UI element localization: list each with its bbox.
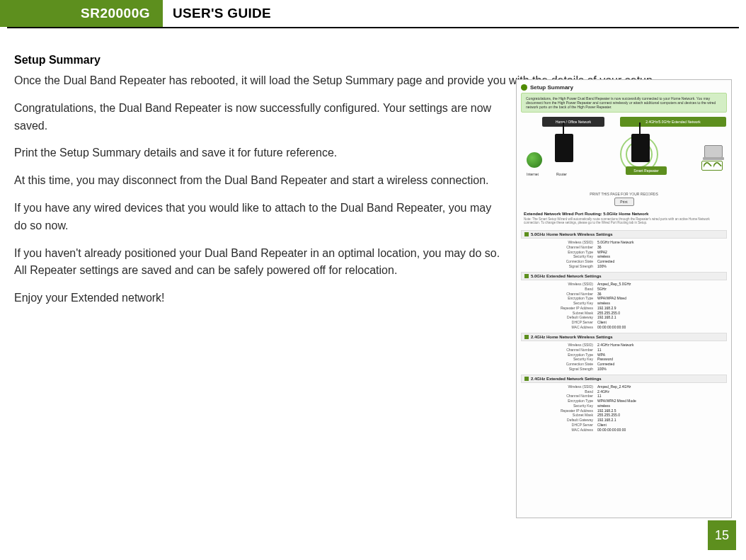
settings-value: WPA2	[597, 250, 723, 255]
settings-value: wireless	[597, 404, 723, 408]
settings-key: Encryption Type	[525, 353, 597, 358]
settings-section-heading: 5.0GHz Extended Network Settings	[521, 272, 727, 280]
document-header: SR20000G USER'S GUIDE	[0, 0, 746, 30]
settings-section-title: 2.4GHz Extended Network Settings	[531, 377, 602, 381]
settings-row: DHCP ServerClient	[521, 320, 727, 325]
settings-row: Subnet Mask255.255.255.0	[521, 413, 727, 418]
settings-value: Amped_Rep_2.4GHz	[597, 384, 723, 389]
settings-value: wireless	[597, 254, 723, 259]
settings-value: 2.4GHz Home Network	[597, 343, 723, 348]
settings-section-heading: 5.0GHz Home Network Wireless Settings	[521, 230, 727, 239]
settings-row: Security Keywireless	[521, 404, 727, 408]
settings-section-heading: 2.4GHz Extended Network Settings	[521, 375, 727, 383]
settings-value: Client	[597, 423, 723, 428]
product-badge: SR20000G	[0, 0, 163, 27]
title-dot-icon	[521, 84, 527, 91]
repeater-tag: Smart Repeater	[626, 166, 667, 175]
settings-row: Security Keywireless	[521, 254, 727, 259]
settings-key: Channel Number	[525, 245, 597, 250]
settings-row: Encryption TypeWPA/WPA2 Mixed	[521, 296, 727, 301]
settings-row: Default Gateway192.168.2.1	[521, 418, 727, 423]
settings-sections: 5.0GHz Home Network Wireless SettingsWir…	[521, 230, 727, 433]
settings-key: Security Key	[525, 404, 597, 408]
settings-row: Wireless (SSID)Amped_Rep_5.0GHz	[521, 282, 727, 287]
settings-row: MAC Address00:00:00:00:00:00	[521, 428, 727, 433]
settings-row: Encryption TypeWPA/WPA2 Mixed Mode	[521, 399, 727, 404]
laptop-icon	[704, 145, 723, 158]
settings-row: Wireless (SSID)Amped_Rep_2.4GHz	[521, 384, 727, 389]
print-note: PRINT THIS PAGE FOR YOUR RECORDS	[521, 192, 727, 196]
left-column: Congratulations, the Dual Band Repeater …	[14, 100, 503, 307]
section-marker-icon	[524, 274, 529, 278]
section-marker-icon	[524, 377, 529, 381]
paragraph-7: Enjoy your Extended network!	[14, 290, 503, 307]
settings-row: Subnet Mask255.255.255.0	[521, 311, 727, 316]
ss-title-text: Setup Summary	[530, 84, 573, 91]
page-body: Setup Summary Once the Dual Band Repeate…	[14, 54, 732, 518]
settings-row: Wireless (SSID)2.4GHz Home Network	[521, 343, 727, 348]
settings-key: Wireless (SSID)	[525, 384, 597, 389]
settings-row: Connection StateConnected	[521, 259, 727, 264]
wired-port-routing: Extended Network Wired Port Routing: 5.0…	[521, 210, 727, 217]
settings-key: Default Gateway	[525, 315, 597, 320]
settings-row: Band2.4GHz	[521, 389, 727, 394]
settings-value: WPA	[597, 353, 723, 358]
document-title: USER'S GUIDE	[163, 0, 746, 27]
settings-value: wireless	[597, 301, 723, 306]
settings-row: Encryption TypeWPA	[521, 353, 727, 358]
settings-key: Repeater IP Address	[525, 408, 597, 413]
header-divider	[7, 27, 739, 28]
settings-row: MAC Address00:00:00:00:00:00	[521, 325, 727, 330]
settings-value: 192.168.2.9	[597, 306, 723, 311]
internet-globe-icon	[527, 152, 542, 168]
settings-value: WPA/WPA2 Mixed Mode	[597, 399, 723, 404]
label-router: Router	[556, 172, 567, 176]
settings-key: Band	[525, 287, 597, 292]
settings-key: Subnet Mask	[525, 413, 597, 418]
settings-key: Band	[525, 389, 597, 394]
settings-value: WPA/WPA2 Mixed	[597, 296, 723, 301]
settings-key: Encryption Type	[525, 250, 597, 255]
settings-value: Password	[597, 357, 723, 362]
section-marker-icon	[524, 335, 529, 339]
settings-key: Channel Number	[525, 348, 597, 353]
settings-row: Channel Number11	[521, 394, 727, 399]
settings-row: Encryption TypeWPA2	[521, 250, 727, 255]
settings-key: Repeater IP Address	[525, 306, 597, 311]
settings-row: Repeater IP Address192.168.2.9	[521, 306, 727, 311]
settings-row: Band5GHz	[521, 287, 727, 292]
settings-key: Wireless (SSID)	[525, 343, 597, 348]
settings-key: Encryption Type	[525, 399, 597, 404]
settings-value: 192.168.2.1	[597, 418, 723, 423]
settings-key: Connection State	[525, 259, 597, 264]
page-number: 15	[708, 520, 736, 550]
section-marker-icon	[524, 232, 529, 236]
settings-value: 2.4GHz	[597, 389, 723, 394]
settings-section-heading: 2.4GHz Home Network Wireless Settings	[521, 333, 727, 341]
home-network-pill: Home / Office Network	[542, 117, 604, 127]
settings-key: Channel Number	[525, 394, 597, 399]
settings-row: Wireless (SSID)5.0GHz Home Network	[521, 240, 727, 245]
ss-congrats-banner: Congratulations, the High Power Dual Ban…	[521, 93, 727, 113]
setup-summary-screenshot: Setup Summary Congratulations, the High …	[516, 79, 732, 518]
settings-key: MAC Address	[525, 428, 597, 433]
paragraph-6: If you haven't already positioned your D…	[14, 245, 503, 280]
settings-value: 11	[597, 348, 723, 353]
settings-value: Amped_Rep_5.0GHz	[597, 282, 723, 287]
settings-key: Wireless (SSID)	[525, 240, 597, 245]
settings-section-title: 5.0GHz Home Network Wireless Settings	[531, 232, 613, 236]
settings-row: Repeater IP Address192.168.2.5	[521, 408, 727, 413]
settings-value: 192.168.2.5	[597, 408, 723, 413]
settings-value: 100%	[597, 367, 723, 372]
wired-port-note: Note: The Smart Setup Wizard will automa…	[521, 217, 727, 227]
settings-key: Wireless (SSID)	[525, 282, 597, 287]
paragraph-2: Congratulations, the Dual Band Repeater …	[14, 100, 503, 135]
settings-value: 5GHz	[597, 287, 723, 292]
settings-key: Default Gateway	[525, 418, 597, 423]
settings-value: 5.0GHz Home Network	[597, 240, 723, 245]
settings-value: 255.255.255.0	[597, 311, 723, 316]
settings-value: 100%	[597, 264, 723, 269]
print-button[interactable]: Print	[614, 198, 634, 206]
settings-row: Default Gateway192.168.2.1	[521, 315, 727, 320]
settings-key: DHCP Server	[525, 423, 597, 428]
